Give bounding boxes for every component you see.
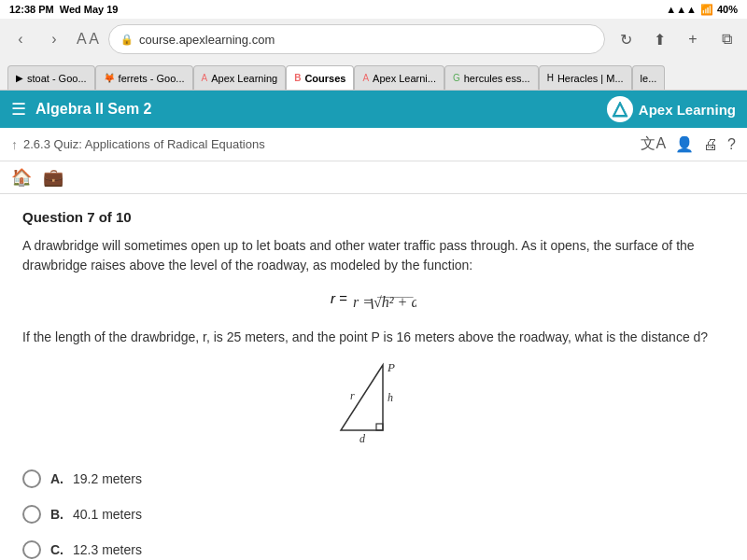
choice-b[interactable]: B. 40.1 meters xyxy=(22,497,725,532)
choice-a-letter: A. xyxy=(50,471,63,486)
tab-favicon: A xyxy=(202,73,208,83)
apex-logo: Apex Learning xyxy=(607,96,736,122)
briefcase-icon[interactable]: 💼 xyxy=(43,167,63,188)
svg-text:d: d xyxy=(359,432,366,444)
tab-courses[interactable]: B Courses xyxy=(286,65,354,90)
svg-marker-6 xyxy=(341,365,383,430)
new-tab-button[interactable]: + xyxy=(680,26,706,52)
home-icon[interactable]: 🏠 xyxy=(11,167,32,188)
tab-stoat[interactable]: ▶ stoat - Goo... xyxy=(7,65,95,90)
svg-text:r =: r = xyxy=(353,294,373,310)
tab-label: le... xyxy=(641,73,657,84)
choice-c-text: 12.3 meters xyxy=(73,542,142,557)
svg-rect-7 xyxy=(376,424,383,430)
radio-c[interactable] xyxy=(22,540,41,559)
svg-text:h: h xyxy=(388,391,393,404)
app-header: ☰ Algebra II Sem 2 Apex Learning xyxy=(0,91,747,128)
breadcrumb-up-icon[interactable]: ↑ xyxy=(11,137,18,152)
tab-favicon: G xyxy=(453,73,460,83)
triangle-diagram: P r h d xyxy=(22,360,725,444)
address-bar[interactable]: 🔒 course.apexlearning.com xyxy=(108,24,605,54)
tab-label: Heracles | M... xyxy=(557,73,624,84)
url-display: course.apexlearning.com xyxy=(139,33,275,47)
share-button[interactable]: ⬆ xyxy=(646,26,672,52)
answer-choices: A. 19.2 meters B. 40.1 meters C. 12.3 me… xyxy=(22,461,725,560)
tab-apex-learni[interactable]: A Apex Learni... xyxy=(354,65,444,90)
audio-icon[interactable]: 👤 xyxy=(675,135,694,153)
svg-text:r: r xyxy=(350,389,355,402)
svg-text:√h² + d²: √h² + d² xyxy=(374,294,416,310)
menu-button[interactable]: ☰ xyxy=(11,99,26,119)
tabs-button[interactable]: ⧉ xyxy=(713,26,740,52)
choice-a-text: 19.2 meters xyxy=(73,471,142,486)
print-icon[interactable]: 🖨 xyxy=(703,136,718,153)
reader-button[interactable]: A A xyxy=(75,26,101,52)
apex-logo-text: Apex Learning xyxy=(639,102,736,118)
tab-label: ferrets - Goo... xyxy=(119,73,185,84)
forward-button[interactable]: › xyxy=(41,26,67,52)
tab-label: Apex Learni... xyxy=(373,73,436,84)
choice-c-letter: C. xyxy=(50,542,63,557)
tab-hercules[interactable]: G hercules ess... xyxy=(444,65,539,90)
page-icons-bar: 🏠 💼 xyxy=(0,161,747,194)
back-button[interactable]: ‹ xyxy=(7,26,34,52)
signal-icon: ▲▲▲ xyxy=(666,4,697,15)
tab-favicon: ▶ xyxy=(16,73,23,83)
tab-ferrets[interactable]: 🦊 ferrets - Goo... xyxy=(95,65,193,90)
tab-label: Courses xyxy=(304,73,345,84)
choice-b-text: 40.1 meters xyxy=(73,507,142,522)
tab-apex-learning[interactable]: A Apex Learning xyxy=(193,65,287,90)
radio-a[interactable] xyxy=(22,469,41,488)
tabs-bar: ▶ stoat - Goo... 🦊 ferrets - Goo... A Ap… xyxy=(0,60,747,90)
tab-favicon: B xyxy=(294,73,301,83)
tab-label: stoat - Goo... xyxy=(27,73,87,84)
battery-display: 40% xyxy=(717,4,738,15)
tab-favicon: 🦊 xyxy=(104,73,115,83)
status-bar: 12:38 PM Wed May 19 ▲▲▲ 📶 40% xyxy=(0,0,747,19)
apex-logo-icon xyxy=(607,96,633,122)
time-display: 12:38 PM xyxy=(9,4,54,15)
app-title: Algebra II Sem 2 xyxy=(35,101,152,118)
svg-text:P: P xyxy=(387,360,395,374)
translate-icon[interactable]: 文A xyxy=(641,134,666,154)
continuation-text: If the length of the drawbridge, r, is 2… xyxy=(22,328,725,347)
svg-line-5 xyxy=(372,299,373,309)
breadcrumb-bar: ↑ 2.6.3 Quiz: Applications of Radical Eq… xyxy=(0,128,747,161)
browser-chrome: ‹ › A A 🔒 course.apexlearning.com ↻ ⬆ + … xyxy=(0,19,747,91)
breadcrumb-text: 2.6.3 Quiz: Applications of Radical Equa… xyxy=(23,137,265,151)
choice-c[interactable]: C. 12.3 meters xyxy=(22,532,725,560)
tab-favicon: H xyxy=(547,73,554,83)
help-icon[interactable]: ? xyxy=(727,136,736,153)
main-content: Question 7 of 10 A drawbridge will somet… xyxy=(0,194,747,560)
tab-heracles[interactable]: H Heracles | M... xyxy=(539,65,632,90)
tab-label: Apex Learning xyxy=(211,73,277,84)
radio-b[interactable] xyxy=(22,505,41,524)
choice-a[interactable]: A. 19.2 meters xyxy=(22,461,725,497)
choice-b-letter: B. xyxy=(50,507,63,522)
question-number: Question 7 of 10 xyxy=(22,209,725,225)
date-display: Wed May 19 xyxy=(60,4,119,15)
reload-button[interactable]: ↻ xyxy=(613,26,639,52)
tab-label: hercules ess... xyxy=(464,73,530,84)
tab-favicon: A xyxy=(362,73,369,83)
question-intro-text: A drawbridge will sometimes open up to l… xyxy=(22,236,725,275)
formula-display: r = r = _______ √h² + d² xyxy=(22,287,725,313)
reader-icon: A A xyxy=(77,31,99,48)
wifi-icon: 📶 xyxy=(700,4,713,16)
tab-le[interactable]: le... xyxy=(632,65,666,90)
lock-icon: 🔒 xyxy=(120,34,134,46)
